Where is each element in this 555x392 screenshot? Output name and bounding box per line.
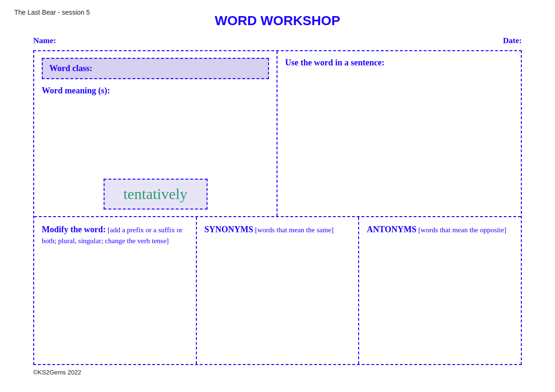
- antonyms-normal: [words that mean the opposite]: [416, 226, 507, 234]
- modify-label: Modify the word: [add a prefix or a suff…: [42, 224, 188, 246]
- word-banner: tentatively: [103, 179, 207, 210]
- synonyms-normal: [words that mean the same]: [253, 226, 334, 234]
- left-top-panel: Word class: Word meaning (s): tentativel…: [34, 51, 278, 216]
- antonyms-bold: ANTONYMS: [367, 225, 416, 234]
- footer-copyright: ©KS2Gems 2022: [14, 369, 541, 376]
- synonyms-label: SYNONYMS [words that mean the same]: [204, 224, 351, 236]
- word-meaning-label: Word meaning (s):: [42, 86, 269, 96]
- page-title: WORD WORKSHOP: [14, 9, 541, 28]
- word-class-box: Word class:: [42, 58, 269, 79]
- top-section: Word class: Word meaning (s): tentativel…: [34, 51, 521, 217]
- header-subtitle: The Last Bear - session 5: [14, 9, 90, 16]
- synonyms-bold: SYNONYMS: [204, 225, 253, 234]
- modify-word-col: Modify the word: [add a prefix or a suff…: [34, 217, 197, 364]
- date-label: Date:: [503, 36, 522, 46]
- synonyms-col: SYNONYMS [words that mean the same]: [197, 217, 360, 364]
- use-sentence-label: Use the word in a sentence:: [285, 58, 513, 68]
- antonyms-col: ANTONYMS [words that mean the opposite]: [359, 217, 521, 364]
- bottom-section: Modify the word: [add a prefix or a suff…: [34, 217, 521, 364]
- name-label: Name:: [33, 36, 56, 46]
- antonyms-label: ANTONYMS [words that mean the opposite]: [367, 224, 513, 236]
- modify-bold: Modify the word:: [42, 225, 106, 234]
- word-class-label: Word class:: [49, 64, 92, 73]
- right-top-panel: Use the word in a sentence:: [278, 51, 521, 216]
- main-grid: Word class: Word meaning (s): tentativel…: [33, 50, 522, 365]
